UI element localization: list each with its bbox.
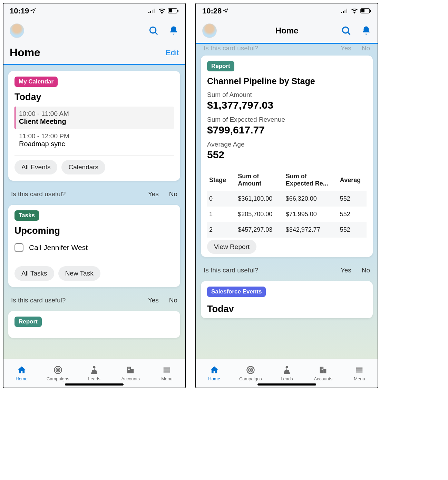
table-cell: 552	[338, 222, 367, 238]
svg-rect-37	[320, 367, 324, 373]
tab-home[interactable]: Home	[3, 359, 40, 388]
svg-rect-6	[169, 9, 172, 12]
event-row[interactable]: 11:00 - 12:00 PM Roadmap sync	[14, 129, 174, 151]
feedback-prompt: Is this card useful?	[204, 267, 258, 274]
tab-menu[interactable]: Menu	[149, 359, 185, 388]
top-bar: Home	[196, 19, 378, 43]
home-indicator[interactable]	[257, 383, 316, 386]
svg-rect-15	[131, 369, 134, 373]
feedback-no[interactable]: No	[362, 44, 370, 52]
feedback-no[interactable]: No	[169, 190, 177, 198]
task-title: Call Jennifer West	[29, 243, 88, 252]
divider	[14, 156, 174, 156]
view-report-button[interactable]: View Report	[207, 240, 256, 254]
event-title: Client Meeting	[19, 118, 174, 126]
building-icon	[318, 365, 328, 375]
svg-line-32	[348, 32, 350, 34]
location-icon	[30, 7, 36, 16]
calendars-button[interactable]: Calendars	[61, 160, 105, 174]
tab-label: Home	[16, 376, 28, 381]
event-row[interactable]: 10:00 - 11:00 AM Client Meeting	[14, 107, 174, 129]
new-task-button[interactable]: New Task	[58, 266, 100, 281]
menu-icon	[162, 365, 172, 375]
feedback-yes[interactable]: Yes	[148, 190, 159, 198]
target-icon	[245, 365, 256, 375]
tasks-heading: Upcoming	[14, 226, 174, 236]
table-cell: 2	[207, 222, 236, 238]
target-icon	[53, 365, 63, 375]
svg-rect-17	[129, 368, 130, 368]
phone-left: 10:19 Home Edit My Calendar Today	[3, 3, 186, 388]
tab-label: Home	[208, 376, 220, 381]
svg-rect-16	[128, 368, 129, 368]
table-header: Sum of Amount	[236, 169, 284, 191]
table-row[interactable]: 1 $205,700.00 $71,995.00 552	[207, 207, 367, 222]
search-icon[interactable]	[148, 26, 159, 36]
task-row[interactable]: Call Jennifer West	[14, 240, 174, 258]
tab-label: Campaigns	[239, 376, 262, 381]
scroll-area[interactable]: Is this card useful? Yes No Report Chann…	[196, 44, 378, 359]
svg-rect-7	[177, 10, 178, 12]
feedback-no[interactable]: No	[169, 297, 177, 304]
person-star-icon	[89, 365, 99, 375]
status-bar: 10:28	[196, 3, 378, 19]
tasks-card: Tasks Upcoming Call Jennifer West All Ta…	[8, 205, 180, 287]
feedback-prompt: Is this card useful?	[204, 44, 258, 52]
avatar[interactable]	[202, 23, 217, 38]
top-bar	[3, 19, 185, 43]
card-feedback: Is this card useful? Yes No	[201, 261, 373, 281]
edit-button[interactable]: Edit	[166, 48, 179, 57]
table-cell: $361,100.00	[236, 191, 284, 207]
bell-icon[interactable]	[361, 26, 371, 36]
calendar-badge: My Calendar	[14, 77, 58, 87]
table-cell: 1	[207, 207, 236, 222]
card-feedback-faded: Is this card useful? Yes No	[201, 44, 373, 56]
tab-menu[interactable]: Menu	[341, 359, 378, 388]
svg-point-27	[354, 12, 355, 13]
feedback-yes[interactable]: Yes	[341, 267, 351, 274]
table-cell: 552	[338, 207, 367, 222]
svg-line-9	[155, 32, 157, 34]
tab-label: Menu	[354, 376, 365, 381]
svg-rect-24	[343, 11, 344, 13]
tab-label: Menu	[161, 376, 173, 381]
svg-point-35	[250, 369, 251, 371]
home-icon	[209, 365, 220, 375]
report-badge: Report	[207, 61, 234, 71]
svg-rect-14	[127, 367, 131, 373]
calendar-card: My Calendar Today 10:00 - 11:00 AM Clien…	[8, 71, 180, 181]
svg-point-13	[93, 366, 96, 368]
tab-home[interactable]: Home	[196, 359, 232, 388]
divider	[207, 165, 367, 165]
svg-point-8	[150, 27, 156, 33]
scroll-area[interactable]: My Calendar Today 10:00 - 11:00 AM Clien…	[3, 65, 185, 359]
table-cell: $66,320.00	[284, 191, 338, 207]
card-feedback: Is this card useful? Yes No	[8, 185, 180, 205]
stat-value: 552	[207, 149, 367, 161]
events-heading: Today	[207, 304, 367, 312]
stat-label: Average Age	[207, 141, 367, 148]
search-icon[interactable]	[341, 26, 351, 36]
avatar[interactable]	[10, 23, 24, 38]
home-indicator[interactable]	[65, 383, 124, 386]
all-events-button[interactable]: All Events	[14, 160, 57, 174]
calendar-heading: Today	[14, 92, 174, 102]
stat-label: Sum of Expected Revenue	[207, 116, 367, 123]
table-row[interactable]: 2 $457,297.03 $342,972.77 552	[207, 222, 367, 238]
all-tasks-button[interactable]: All Tasks	[14, 266, 54, 281]
events-card-peek: Salesforce Events Today	[201, 281, 373, 318]
feedback-yes[interactable]: Yes	[341, 44, 351, 52]
table-row[interactable]: 0 $361,100.00 $66,320.00 552	[207, 191, 367, 207]
svg-rect-26	[346, 9, 347, 13]
svg-rect-40	[322, 368, 323, 368]
task-checkbox[interactable]	[14, 243, 23, 252]
svg-rect-23	[341, 12, 342, 13]
report-badge: Report	[14, 317, 42, 327]
table-header: Averag	[338, 169, 367, 191]
stat-label: Sum of Amount	[207, 91, 367, 99]
feedback-yes[interactable]: Yes	[148, 297, 159, 304]
feedback-no[interactable]: No	[362, 267, 370, 274]
bell-icon[interactable]	[168, 26, 179, 36]
svg-point-31	[342, 27, 349, 33]
event-title: Roadmap sync	[19, 140, 174, 148]
